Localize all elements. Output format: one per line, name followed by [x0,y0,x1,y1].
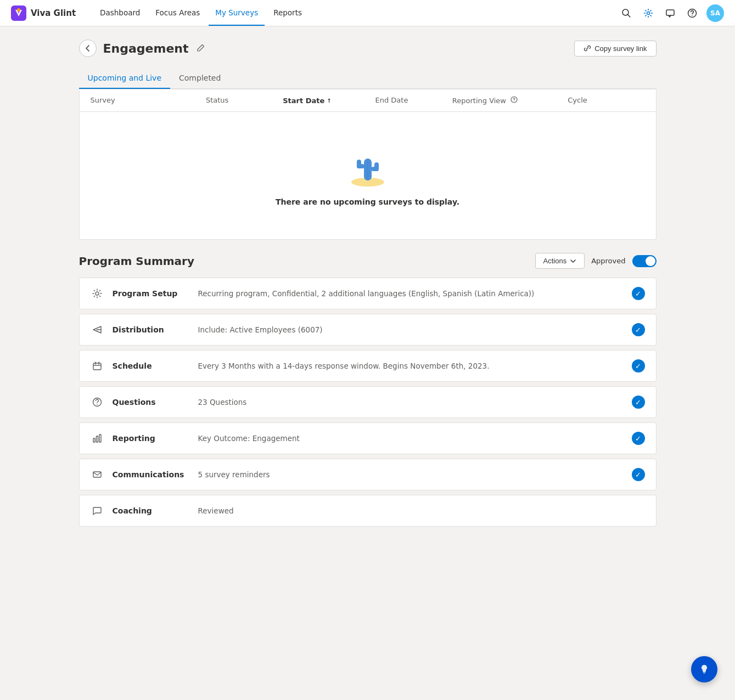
empty-state-illustration [340,145,395,189]
viva-glint-logo-icon [11,5,26,21]
reporting-icon [91,432,104,445]
col-start-date-label: Start Date [283,97,324,105]
toggle-thumb [646,256,655,266]
edit-title-icon[interactable] [195,42,207,55]
program-summary-controls: Actions Approved [535,253,657,269]
nav-link-dashboard[interactable]: Dashboard [93,1,147,26]
summary-item-distribution[interactable]: Distribution Include: Active Employees (… [79,314,657,346]
copy-survey-button[interactable]: Copy survey link [574,41,656,57]
questions-icon [91,396,104,409]
top-navigation: Viva Glint Dashboard Focus Areas My Surv… [0,0,735,26]
main-content: Engagement Copy survey link Upcoming and… [66,26,670,544]
svg-rect-21 [93,363,101,370]
communications-check: ✓ [632,468,645,481]
empty-state-message: There are no upcoming surveys to display… [276,197,459,206]
summary-item-communications[interactable]: Communications 5 survey reminders ✓ [79,459,657,490]
bar-chart-icon [92,433,103,444]
question-circle-icon [92,397,103,408]
back-button[interactable] [79,39,97,57]
reporting-label: Reporting [113,434,189,443]
envelope-icon [92,469,103,480]
program-summary-section: Program Summary Actions Approved Program… [79,253,657,531]
tab-completed[interactable]: Completed [170,68,229,89]
summary-item-reporting[interactable]: Reporting Key Outcome: Engagement ✓ [79,422,657,454]
nav-link-reports[interactable]: Reports [267,1,308,26]
tab-upcoming-live[interactable]: Upcoming and Live [79,68,171,89]
summary-item-schedule[interactable]: Schedule Every 3 Months with a 14-days r… [79,350,657,382]
messages-button[interactable] [660,3,680,23]
search-button[interactable] [616,3,636,23]
schedule-label: Schedule [113,362,189,370]
actions-label: Actions [543,257,567,265]
reporting-check: ✓ [632,432,645,445]
questions-label: Questions [113,398,189,407]
col-reporting-label: Reporting View [452,97,506,105]
col-survey: Survey [91,96,206,105]
gear-icon [643,8,653,18]
svg-rect-16 [374,162,379,171]
summary-item-coaching[interactable]: Coaching Reviewed [79,495,657,527]
distribution-check: ✓ [632,323,645,336]
coaching-label: Coaching [113,506,189,515]
back-arrow-icon [84,44,92,52]
program-setup-label: Program Setup [113,289,189,298]
svg-point-26 [97,404,98,405]
nav-link-my-surveys[interactable]: My Surveys [209,1,265,26]
copy-survey-label: Copy survey link [594,44,647,53]
survey-tabs: Upcoming and Live Completed [79,68,657,89]
nav-actions: SA [616,3,724,23]
nav-link-focus-areas[interactable]: Focus Areas [149,1,206,26]
logo[interactable]: Viva Glint [11,5,76,21]
reporting-help-icon[interactable] [510,97,518,105]
page-header-left: Engagement [79,39,207,57]
svg-line-4 [628,14,631,17]
pencil-icon [197,44,205,52]
link-icon [583,44,591,52]
chevron-down-icon [570,258,576,264]
program-setup-icon [91,287,104,300]
svg-rect-30 [93,472,101,477]
program-setup-desc: Recurring program, Confidential, 2 addit… [198,289,623,298]
svg-point-18 [96,292,99,295]
questions-check: ✓ [632,396,645,409]
svg-rect-27 [93,438,95,442]
communications-desc: 5 survey reminders [198,470,623,479]
message-icon [665,8,675,18]
gear-settings-icon [92,288,103,299]
program-setup-check: ✓ [632,287,645,300]
communications-label: Communications [113,470,189,479]
sort-asc-icon: ↑ [327,98,331,104]
schedule-icon [91,359,104,372]
page-header: Engagement Copy survey link [79,39,657,57]
chat-icon [92,505,103,516]
user-avatar[interactable]: SA [706,4,724,22]
distribution-label: Distribution [113,325,189,334]
distribution-icon [91,323,104,336]
nav-links: Dashboard Focus Areas My Surveys Reports [93,1,616,26]
schedule-check: ✓ [632,359,645,372]
approved-toggle[interactable] [632,255,657,267]
svg-rect-29 [99,434,101,442]
logo-text: Viva Glint [31,8,76,18]
empty-state: There are no upcoming surveys to display… [80,112,656,239]
col-start-date[interactable]: Start Date ↑ [283,96,375,105]
svg-point-8 [692,15,693,16]
svg-point-2 [17,8,20,12]
schedule-desc: Every 3 Months with a 14-days response w… [198,362,623,370]
send-icon [92,324,103,335]
settings-button[interactable] [638,3,658,23]
summary-items-list: Program Setup Recurring program, Confide… [79,278,657,531]
svg-point-5 [647,12,650,14]
program-summary-header: Program Summary Actions Approved [79,253,657,269]
coaching-desc: Reviewed [198,506,645,515]
summary-item-questions[interactable]: Questions 23 Questions ✓ [79,386,657,418]
calendar-icon [92,360,103,371]
actions-button[interactable]: Actions [535,253,585,269]
table-header: Survey Status Start Date ↑ End Date Repo… [80,89,656,112]
help-button[interactable] [682,3,702,23]
col-status: Status [206,96,283,105]
summary-item-program-setup[interactable]: Program Setup Recurring program, Confide… [79,278,657,309]
help-icon [687,8,697,18]
page-title: Engagement [103,42,189,55]
search-icon [621,8,631,18]
